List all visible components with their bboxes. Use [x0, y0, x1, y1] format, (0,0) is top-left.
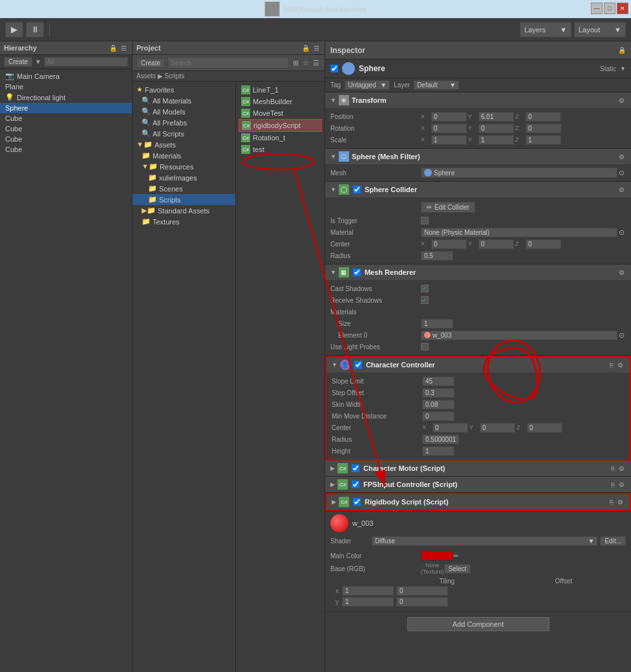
mesh-filter-header[interactable]: ▼ ⬡ Sphere (Mesh Filter) ⚙	[325, 149, 631, 164]
tag-dropdown[interactable]: Untagged ▼	[345, 80, 390, 90]
tree-favorites[interactable]: ★ Favorites	[133, 84, 235, 95]
char-motor-copy-icon[interactable]: ⎘	[610, 465, 616, 472]
rot-y-field[interactable]: 0	[478, 124, 514, 133]
rigidbody-checkbox[interactable]	[353, 498, 361, 506]
hier-item-cube-3[interactable]: Cube	[0, 134, 132, 144]
fps-ctrl-settings-icon[interactable]: ⚙	[617, 481, 626, 488]
tree-xulieimages[interactable]: 📁 xulieImages	[133, 172, 235, 183]
hierarchy-menu-icon[interactable]: ☰	[120, 45, 128, 52]
hier-item-cube-2[interactable]: Cube	[0, 124, 132, 134]
tiling-x-field[interactable]: 1	[342, 586, 394, 596]
tree-all-prefabs[interactable]: 🔍 All Prefabs	[133, 117, 235, 128]
static-dropdown-arrow[interactable]: ▼	[620, 65, 626, 72]
project-menu-icon[interactable]: ☰	[312, 45, 321, 52]
rot-x-field[interactable]: 0	[431, 124, 467, 133]
file-rotation-t[interactable]: C# Rotation_t	[239, 132, 322, 144]
project-icon-btn-2[interactable]: ☆	[301, 59, 310, 67]
hierarchy-lock-icon[interactable]: 🔒	[108, 45, 118, 52]
element0-select-btn[interactable]: ⊙	[617, 331, 626, 340]
step-offset-field[interactable]: 0.3	[422, 388, 455, 398]
fps-ctrl-checkbox[interactable]	[352, 481, 359, 488]
layer-dropdown[interactable]: Default ▼	[414, 80, 459, 90]
minimize-button[interactable]: —	[591, 3, 603, 14]
tiling-y-field[interactable]: 1	[342, 597, 394, 607]
mesh-renderer-settings-icon[interactable]: ⚙	[617, 269, 626, 276]
center-y-field[interactable]: 0	[478, 239, 514, 249]
project-lock-icon[interactable]: 🔒	[301, 45, 311, 52]
hier-item-directional-light[interactable]: 💡 Directional light	[0, 92, 132, 103]
shader-edit-button[interactable]: Edit...	[600, 536, 626, 546]
layout-dropdown[interactable]: Layout ▼	[574, 22, 626, 38]
fps-ctrl-copy-icon[interactable]: ⎘	[610, 481, 616, 488]
hierarchy-search-input[interactable]	[44, 57, 128, 67]
maximize-button[interactable]: □	[604, 3, 615, 14]
offset-x-field[interactable]: 0	[396, 586, 448, 596]
edit-collider-button[interactable]: ✏ Edit Collider	[421, 202, 475, 213]
play-button[interactable]: ▶	[5, 22, 23, 38]
char-center-y[interactable]: 0	[480, 423, 515, 433]
mesh-select-btn[interactable]: ⊙	[617, 169, 626, 177]
tree-resources[interactable]: ▼📁 Resources	[133, 161, 235, 172]
sphere-collider-checkbox[interactable]	[353, 186, 361, 193]
tree-materials[interactable]: 📁 Materials	[133, 150, 235, 161]
collider-material-field[interactable]: None (Physic Material)	[421, 228, 617, 237]
rigidbody-settings-icon[interactable]: ⚙	[616, 499, 625, 506]
mesh-value-field[interactable]: Sphere	[421, 168, 617, 178]
tree-textures[interactable]: 📁 Textures	[133, 216, 235, 227]
sphere-collider-settings-icon[interactable]: ⚙	[617, 186, 626, 193]
slope-limit-field[interactable]: 45	[422, 376, 455, 386]
skin-width-field[interactable]: 0.08	[422, 400, 455, 409]
use-light-probes-checkbox[interactable]	[421, 343, 429, 351]
layers-dropdown[interactable]: Layers ▼	[520, 22, 572, 38]
tree-scripts[interactable]: 📁 Scripts	[133, 194, 235, 205]
receive-shadows-checkbox[interactable]: ✓	[421, 296, 429, 304]
tree-all-materials[interactable]: 🔍 All Materials	[133, 95, 235, 106]
char-ctrl-height-field[interactable]: 1	[422, 446, 455, 456]
transform-header[interactable]: ▼ ⊕ Transform ⚙	[325, 92, 631, 108]
tree-standard-assets[interactable]: ▶📁 Standard Assets	[133, 205, 235, 216]
rigidbody-copy-icon[interactable]: ⎘	[608, 499, 615, 506]
edit-color-icon[interactable]: ✏	[453, 552, 458, 559]
hierarchy-create-button[interactable]: Create	[4, 57, 32, 67]
transform-settings-icon[interactable]: ⚙	[617, 97, 626, 104]
shader-dropdown[interactable]: Diffuse ▼	[372, 536, 597, 546]
mesh-renderer-header[interactable]: ▼ ▦ Mesh Renderer ⚙	[325, 265, 631, 280]
main-color-swatch[interactable]	[421, 550, 453, 561]
character-motor-header[interactable]: ▶ C# Character Motor (Script) ⎘ ⚙	[325, 461, 631, 476]
cast-shadows-checkbox[interactable]: ✓	[421, 285, 429, 292]
hier-item-sphere[interactable]: Sphere	[0, 103, 132, 113]
file-meshbuilder[interactable]: C# MeshBuilder	[239, 96, 322, 107]
pos-y-field[interactable]: 6.01	[478, 112, 514, 122]
scale-x-field[interactable]: 1	[431, 135, 467, 145]
texture-select-button[interactable]: Select	[444, 564, 471, 574]
pos-x-field[interactable]: 0	[431, 112, 467, 122]
element0-field[interactable]: w_003	[421, 331, 617, 340]
rigidbody-script-header[interactable]: ▶ C# Rigidbody Script (Script) ⎘ ⚙	[326, 494, 630, 510]
char-ctrl-checkbox[interactable]	[354, 361, 362, 369]
collider-material-select-btn[interactable]: ⊙	[617, 228, 626, 237]
char-motor-settings-icon[interactable]: ⚙	[617, 465, 626, 472]
object-active-checkbox[interactable]	[330, 65, 338, 72]
tree-scenes[interactable]: 📁 Scenes	[133, 183, 235, 194]
tree-all-models[interactable]: 🔍 All Models	[133, 106, 235, 117]
inspector-lock-icon[interactable]: 🔒	[618, 47, 626, 54]
char-ctrl-radius-field[interactable]: 0.5000001	[422, 435, 459, 444]
scale-z-field[interactable]: 1	[526, 135, 561, 145]
mesh-filter-settings-icon[interactable]: ⚙	[617, 153, 626, 160]
offset-y-field[interactable]: 0	[396, 597, 448, 607]
project-search-input[interactable]	[167, 57, 289, 69]
rot-z-field[interactable]: 0	[526, 124, 561, 133]
char-ctrl-settings-icon[interactable]: ⚙	[616, 362, 625, 369]
char-center-x[interactable]: 0	[433, 423, 468, 433]
add-component-button[interactable]: Add Component	[407, 617, 550, 631]
project-create-button[interactable]: Create	[136, 58, 165, 68]
file-linet1[interactable]: C# LineT_1	[239, 84, 322, 96]
file-movetest[interactable]: C# MoveTest	[239, 107, 322, 119]
char-motor-checkbox[interactable]	[352, 464, 359, 472]
min-move-field[interactable]: 0	[422, 411, 455, 421]
pause-button[interactable]: ⏸	[26, 22, 44, 38]
file-test[interactable]: C# test	[239, 144, 322, 155]
tree-all-scripts[interactable]: 🔍 All Scripts	[133, 128, 235, 139]
hier-item-main-camera[interactable]: 📷 Main Camera	[0, 70, 132, 81]
center-x-field[interactable]: 0	[431, 239, 467, 249]
